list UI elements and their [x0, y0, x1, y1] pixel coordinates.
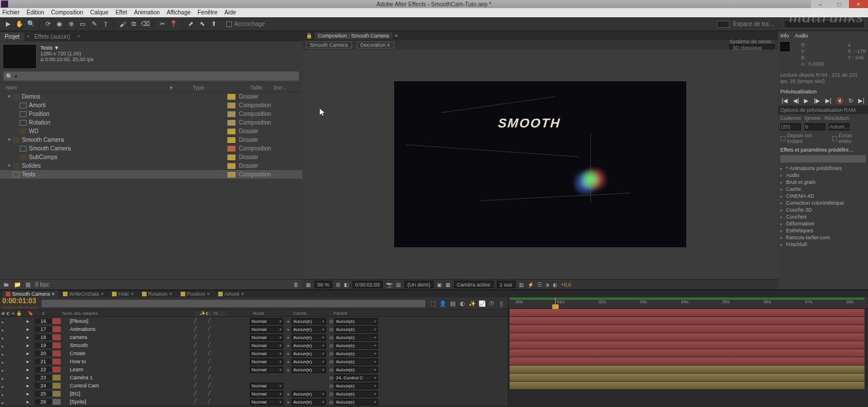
effect-category[interactable]: ▸Couches — [778, 213, 868, 220]
pickwhip-icon[interactable]: @ — [328, 327, 334, 332]
layer-bar[interactable] — [510, 365, 865, 373]
next-frame-icon[interactable]: |▶ — [814, 97, 820, 104]
col-type[interactable]: Type — [193, 85, 250, 91]
brush-tool-icon[interactable]: 🖌 — [118, 20, 127, 29]
parent-dropdown[interactable]: Aucun(e) — [334, 383, 378, 389]
current-timecode[interactable]: 0:00:01:03 — [2, 297, 38, 305]
zoom-dropdown[interactable]: 56 % — [315, 281, 332, 288]
cadence-dropdown[interactable]: (25) — [780, 123, 801, 130]
track-matte-dropdown[interactable]: Aucun(e) — [291, 334, 326, 341]
brainstorm-icon[interactable]: ✨ — [468, 299, 476, 307]
pixel-aspect-icon[interactable]: ▥ — [519, 282, 524, 288]
track-matte-dropdown[interactable]: Aucun(e) — [291, 359, 326, 365]
track-matte-dropdown[interactable]: Aucun(e) — [291, 318, 326, 325]
effect-category[interactable]: ▸Correction colorimétrique — [778, 199, 868, 206]
always-preview-icon[interactable]: ▦ — [306, 282, 311, 288]
timeline-layer-row[interactable]: ▸19Smooth╱╱Normal▸Aucun(e)@Aucun(e) — [0, 341, 508, 349]
roto-tool-icon[interactable]: ✂ — [158, 20, 167, 29]
pickwhip-icon[interactable]: @ — [328, 375, 334, 380]
effect-category[interactable]: ▸Couche 3D — [778, 206, 868, 213]
text-tool-icon[interactable]: T — [101, 20, 110, 29]
close-button[interactable]: × — [849, 0, 868, 8]
hide-shy-icon[interactable]: 👤 — [439, 299, 447, 307]
layer-bar[interactable] — [510, 341, 865, 349]
timeline-layer-row[interactable]: ▸18camera╱╱Normal▸Aucun(e)@Aucun(e) — [0, 333, 508, 341]
parent-dropdown[interactable]: Aucun(e) — [334, 359, 378, 365]
track-matte-dropdown[interactable]: Aucun(e) — [291, 326, 326, 333]
flowchart-tab[interactable]: Decoration 4 — [357, 42, 394, 48]
timeline-layer-row[interactable]: ▸24Control Cam╱╱Normal@Aucun(e) — [0, 382, 508, 390]
axis-view-icon[interactable]: ⬆ — [209, 20, 218, 29]
minimize-button[interactable]: – — [811, 0, 830, 8]
active-camera-dropdown[interactable]: Caméra active — [454, 281, 493, 288]
motion-blur-icon[interactable]: ◐ — [458, 299, 466, 307]
eraser-tool-icon[interactable]: ⌫ — [141, 20, 150, 29]
project-item[interactable]: PositionComposition — [0, 110, 302, 118]
effects-search-input[interactable] — [780, 155, 866, 163]
blend-mode-dropdown[interactable]: Normal — [250, 334, 283, 341]
blend-mode-dropdown[interactable]: Normal — [250, 383, 283, 389]
blend-mode-dropdown[interactable]: Normal — [250, 399, 283, 405]
blend-mode-dropdown[interactable]: Normal — [250, 391, 283, 397]
effect-category[interactable]: ▸francois-tarlier.com — [778, 234, 868, 241]
track-matte-dropdown[interactable]: Aucun(e) — [291, 391, 326, 397]
menu-aide[interactable]: Aide — [225, 8, 236, 17]
blend-mode-dropdown[interactable]: Normal — [250, 318, 283, 325]
track-matte-dropdown[interactable]: Aucun(e) — [291, 342, 326, 349]
parent-dropdown[interactable]: Aucun(e) — [334, 334, 378, 341]
new-comp-icon[interactable]: ▦ — [25, 281, 31, 288]
timeline-layer-row[interactable]: ▸25[BG]╱╱Normal▸Aucun(e)@Aucun(e) — [0, 390, 508, 398]
snap-toggle[interactable]: Accrochage — [226, 21, 265, 27]
project-item[interactable]: RotationComposition — [0, 118, 302, 127]
menu-animation[interactable]: Animation — [134, 8, 159, 17]
fast-preview-icon[interactable]: ⚡ — [527, 282, 534, 288]
panel-tab[interactable]: Projet — [0, 32, 24, 41]
pen-tool-icon[interactable]: ✎ — [89, 20, 99, 29]
blend-mode-dropdown[interactable]: Normal — [250, 342, 283, 349]
effect-category[interactable]: ▸Audio — [778, 172, 868, 179]
timeline-tab[interactable]: Rotation× — [139, 291, 176, 297]
effect-category[interactable]: ▸* Animations prédéfinies — [778, 165, 868, 172]
comp-marker-icon[interactable]: ▯ — [497, 299, 506, 307]
effect-category[interactable]: ▸CINEMA 4D — [778, 193, 868, 199]
transparency-icon[interactable]: ▦ — [446, 282, 451, 288]
timeline-tab[interactable]: WriteOnData× — [59, 291, 107, 297]
track-matte-dropdown[interactable]: Aucun(e) — [291, 351, 326, 357]
layer-bar[interactable] — [510, 309, 865, 316]
blend-mode-dropdown[interactable]: Normal — [250, 367, 283, 373]
effect-category[interactable]: ▸Déformation — [778, 220, 868, 227]
pickwhip-icon[interactable]: @ — [328, 343, 334, 348]
axis-world-icon[interactable]: ⬉ — [197, 20, 207, 29]
parent-dropdown[interactable]: Aucun(e) — [334, 391, 378, 397]
pan-behind-tool-icon[interactable]: ⊕ — [66, 20, 76, 29]
timeline-layer-row[interactable]: ▸20Create╱╱Normal▸Aucun(e)@Aucun(e) — [0, 349, 508, 357]
blend-mode-dropdown[interactable]: Normal — [250, 326, 283, 333]
frame-blend-icon[interactable]: ▤ — [448, 299, 457, 307]
layer-bar[interactable] — [510, 333, 865, 341]
project-item[interactable]: AmortiComposition — [0, 101, 302, 110]
tab-effects[interactable]: Effets et paramètres prédéfini… — [780, 147, 854, 153]
menu-fenêtre[interactable]: Fenêtre — [197, 8, 217, 17]
timeline-layer-row[interactable]: ▸26[Sprite]╱╱Normal▸Aucun(e)@Aucun(e) — [0, 398, 508, 406]
menu-édition[interactable]: Édition — [27, 8, 44, 17]
layer-bar[interactable] — [510, 317, 865, 325]
effect-category[interactable]: ▸Esthétiques — [778, 227, 868, 234]
mask-toggle-icon[interactable]: ◧ — [344, 282, 349, 288]
selection-tool-icon[interactable]: ▶ — [3, 20, 13, 29]
project-item[interactable]: TestsComposition — [0, 170, 302, 179]
zoom-tool-icon[interactable]: 🔍 — [27, 20, 36, 29]
exposure-reset-icon[interactable]: ◐ — [553, 282, 558, 288]
col-dur[interactable]: Dur… — [274, 85, 297, 91]
project-item[interactable]: SubCompsDossier — [0, 153, 302, 161]
layer-bar[interactable] — [510, 374, 865, 381]
col-name[interactable]: Nom — [6, 85, 170, 91]
bpc-toggle[interactable]: 8 bpc — [35, 281, 49, 288]
parent-dropdown[interactable]: Aucun(e) — [334, 326, 378, 333]
menu-fichier[interactable]: Fichier — [2, 8, 20, 17]
draft3d-icon[interactable]: ⬚ — [429, 299, 437, 307]
camera-tool-icon[interactable]: ◉ — [55, 20, 64, 29]
axis-local-icon[interactable]: ⬈ — [186, 20, 195, 29]
project-search-input[interactable]: 🔍 ▾ — [3, 71, 299, 81]
pickwhip-icon[interactable]: @ — [328, 400, 334, 405]
timeline-layer-row[interactable]: ▸16[Plexus]╱╱Normal▸Aucun(e)@Aucun(e) — [0, 317, 508, 325]
